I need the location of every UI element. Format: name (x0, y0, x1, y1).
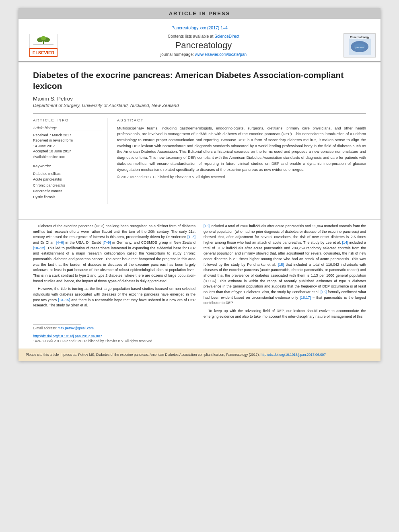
revised-label: Received in revised form (33, 138, 102, 144)
homepage-line: journal homepage: www.elsevier.com/locat… (64, 52, 343, 57)
keywords-label: Keywords: (33, 164, 102, 169)
svg-rect-0 (33, 44, 53, 45)
body-right-text: [13] included a total of 2966 individual… (204, 224, 366, 319)
email-link[interactable]: max.petrov@gmail.com (58, 326, 93, 330)
elsevier-tree-icon (31, 35, 56, 47)
article-history: Article history: Received 7 March 2017 R… (33, 125, 102, 160)
body-para-1: Diabetes of the exocrine pancreas (DEP) … (33, 224, 195, 284)
aip-banner: ARTICLE IN PRESS (19, 8, 380, 19)
homepage-url[interactable]: www.elsevier.com/locate/pan (195, 52, 247, 57)
article-page: ARTICLE IN PRESS Pancreatology xxx (2017… (19, 8, 380, 361)
abstract-copyright: © 2017 IAP and EPC. Published by Elsevie… (117, 175, 366, 179)
author-name: Maxim S. Petrov (33, 96, 366, 102)
footnote-email: E-mail address: max.petrov@gmail.com. (33, 326, 366, 330)
pancreatology-logo-icon: pancreas (349, 39, 371, 55)
elsevier-logo: ELSEVIER (23, 35, 64, 55)
author-affiliation: Department of Surgery, University of Auc… (33, 103, 366, 108)
abstract-heading: ABSTRACT (117, 118, 366, 122)
available-online: Available online xxx (33, 154, 102, 160)
body-left-col: Diabetes of the exocrine pancreas (DEP) … (33, 224, 195, 322)
body-divider (19, 219, 380, 220)
accepted-date: Accepted 18 June 2017 (33, 149, 102, 154)
elsevier-label: ELSEVIER (29, 48, 58, 57)
keyword-1: Diabetes mellitus (33, 171, 102, 177)
citation-link[interactable]: http://dx.doi.org/10.1016/j.pan.2017.06.… (261, 353, 326, 357)
info-abstract-section: ARTICLE INFO Article history: Received 7… (33, 113, 366, 204)
doi-area: http://dx.doi.org/10.1016/j.pan.2017.06.… (19, 330, 380, 345)
contents-label: Contents lists available at ScienceDirec… (64, 34, 343, 39)
article-info-heading: ARTICLE INFO (33, 118, 102, 122)
journal-center: Contents lists available at ScienceDirec… (64, 34, 343, 57)
citation-bar: Please cite this article in press as: Pe… (19, 349, 380, 361)
keyword-5: Cystic fibrosis (33, 194, 102, 200)
aip-banner-text: ARTICLE IN PRESS (169, 10, 230, 16)
article-info-col: ARTICLE INFO Article history: Received 7… (33, 118, 107, 204)
journal-top-row: ELSEVIER Contents lists available at Sci… (19, 32, 380, 59)
citation-line: Pancreatology xxx (2017) 1–4 (171, 25, 228, 30)
main-content: Diabetes of the exocrine pancreas: Ameri… (19, 62, 380, 215)
body-two-col: Diabetes of the exocrine pancreas (DEP) … (19, 224, 380, 322)
keyword-4: Pancreatic cancer (33, 188, 102, 194)
svg-text:pancreas: pancreas (355, 46, 364, 49)
sciencedirect-link[interactable]: ScienceDirect (214, 34, 239, 39)
footnote-divider (33, 324, 81, 325)
citation-text: Please cite this article in press as: Pe… (26, 352, 373, 357)
keywords-section: Keywords: Diabetes mellitus Acute pancre… (33, 164, 102, 200)
abstract-col: ABSTRACT Multidisciplinary teams, includ… (117, 118, 366, 204)
history-label: Article history: (33, 125, 102, 131)
doi-copyright: 1424-3903/© 2017 IAP and EPC. Published … (33, 339, 366, 343)
body-left-text: Diabetes of the exocrine pancreas (DEP) … (33, 224, 195, 308)
pancreatology-logo: Pancreatology pancreas (343, 33, 376, 58)
journal-title: Pancreatology (64, 40, 343, 51)
journal-header: Pancreatology xxx (2017) 1–4 ELSEV (19, 19, 380, 62)
keyword-2: Acute pancreatitis (33, 177, 102, 182)
keyword-3: Chronic pancreatitis (33, 183, 102, 188)
received-date: Received 7 March 2017 (33, 133, 102, 138)
abstract-text: Multidisciplinary teams, including gastr… (117, 125, 366, 173)
body-para-3: [13] included a total of 2966 individual… (204, 224, 366, 306)
body-para-4: To keep up with the advancing field of D… (204, 308, 366, 319)
body-right-col: [13] included a total of 2966 individual… (204, 224, 366, 322)
footnote-area: E-mail address: max.petrov@gmail.com. (19, 324, 380, 330)
article-title: Diabetes of the exocrine pancreas: Ameri… (33, 70, 366, 92)
body-para-2: However, the tide is turning as the firs… (33, 286, 195, 308)
svg-point-4 (41, 36, 46, 40)
doi-link[interactable]: http://dx.doi.org/10.1016/j.pan.2017.06.… (33, 334, 102, 338)
revised-date: 14 June 2017 (33, 144, 102, 149)
